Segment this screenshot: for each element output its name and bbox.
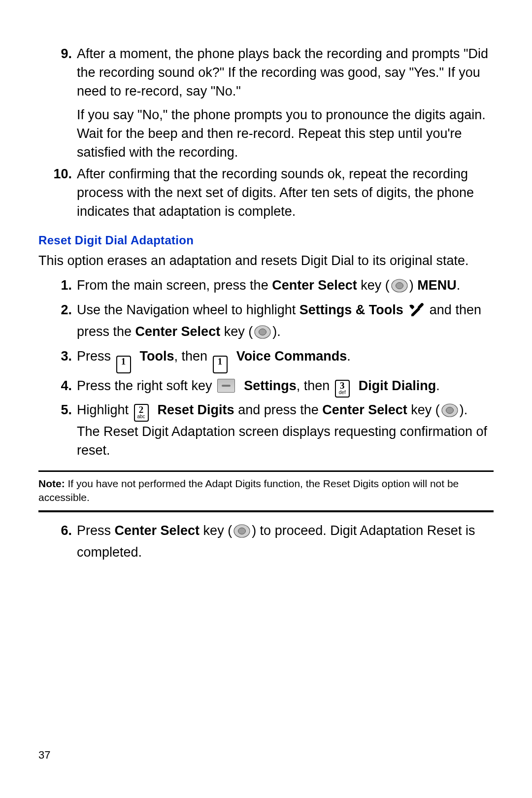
bold-run: Digit Dialing (359, 378, 436, 393)
list-item: 4. Press the right soft key Settings, th… (38, 376, 494, 398)
bold-run: Center Select (115, 523, 200, 538)
svg-point-8 (238, 528, 246, 534)
list-body: After a moment, the phone plays back the… (77, 44, 494, 162)
text-run: , then (297, 378, 333, 393)
manual-page: 9. After a moment, the phone plays back … (0, 0, 532, 798)
list-body: Use the Navigation wheel to highlight Se… (77, 300, 494, 344)
text-run: ) (409, 278, 418, 293)
list-number: 4. (38, 376, 77, 395)
list-item: 6. Press Center Select key () to proceed… (38, 521, 494, 562)
key-sub: def (336, 390, 349, 395)
continuation-list: 9. After a moment, the phone plays back … (38, 44, 494, 221)
text-run: key ( (357, 278, 390, 293)
list-number: 9. (38, 44, 77, 63)
keypad-2-icon: 2abc (134, 404, 149, 422)
list-item: 3. Press 1 Tools, then 1 Voice Commands. (38, 347, 494, 373)
key-digit: 3 (340, 380, 345, 391)
bold-run: Settings & Tools (299, 302, 403, 317)
list-item: 9. After a moment, the phone plays back … (38, 44, 494, 162)
bold-run: Voice Commands (236, 349, 347, 364)
note-text: Note: If you have not performed the Adap… (38, 477, 494, 504)
list-item: 5. Highlight 2abc Reset Digits and press… (38, 400, 494, 460)
section-intro: This option erases an adaptation and res… (38, 251, 494, 270)
bold-run: Center Select (135, 324, 221, 339)
text-run: key ( (220, 324, 253, 339)
bold-run: Center Select (272, 278, 357, 293)
list-number: 2. (38, 300, 77, 319)
svg-point-1 (396, 283, 403, 289)
keypad-3-icon: 3def (335, 380, 350, 398)
key-digit: 1 (121, 356, 126, 366)
center-select-icon (441, 403, 458, 422)
text-run: . (457, 278, 461, 293)
soft-key-icon (217, 379, 235, 393)
list-number: 5. (38, 400, 77, 419)
list-number: 6. (38, 521, 77, 540)
note-label: Note: (38, 478, 65, 489)
keypad-1-icon: 1 (213, 356, 228, 373)
text-run: key ( (407, 402, 440, 417)
key-digit: 2 (139, 404, 144, 415)
svg-point-6 (446, 407, 453, 414)
tools-icon (408, 301, 424, 322)
text-run: From the main screen, press the (77, 278, 272, 293)
page-number: 37 (38, 749, 50, 762)
list-item: 10. After confirming that the recording … (38, 165, 494, 221)
list-item: 1. From the main screen, press the Cente… (38, 276, 494, 298)
section-heading: Reset Digit Dial Adaptation (38, 233, 494, 247)
bold-run: Settings (244, 378, 297, 393)
text-run: Press (77, 349, 115, 364)
text-run: . (347, 349, 351, 364)
key-digit: 1 (218, 356, 223, 366)
center-select-icon (254, 325, 271, 344)
list-body: From the main screen, press the Center S… (77, 276, 494, 298)
text-run: , then (174, 349, 211, 364)
text-run: Press (77, 523, 115, 538)
center-select-icon (233, 524, 250, 543)
svg-point-4 (259, 329, 266, 335)
steps-list-cont: 6. Press Center Select key () to proceed… (38, 521, 494, 562)
list-number: 1. (38, 276, 77, 295)
text-run: . (436, 378, 440, 393)
list-number: 3. (38, 347, 77, 366)
bold-run: MENU (417, 278, 457, 293)
text-run: Highlight (77, 402, 133, 417)
bold-run: Tools (140, 349, 174, 364)
text-run: Use the Navigation wheel to highlight (77, 302, 299, 317)
list-body: Press the right soft key Settings, then … (77, 376, 494, 398)
list-body: Press Center Select key () to proceed. D… (77, 521, 494, 562)
list-body: Highlight 2abc Reset Digits and press th… (77, 400, 494, 460)
list-paragraph: If you say "No," the phone prompts you t… (77, 105, 494, 162)
center-select-icon (391, 279, 408, 298)
note-block: Note: If you have not performed the Adap… (38, 470, 494, 512)
text-run: ). (272, 324, 281, 339)
bold-run: Reset Digits (158, 402, 234, 417)
key-sub: abc (135, 414, 148, 419)
list-paragraph: After a moment, the phone plays back the… (77, 44, 494, 100)
text-run: and press the (234, 402, 323, 417)
note-body: If you have not performed the Adapt Digi… (38, 478, 459, 503)
text-run: Press the right soft key (77, 378, 216, 393)
text-run: key ( (200, 523, 232, 538)
list-number: 10. (38, 165, 77, 183)
list-paragraph: After confirming that the recording soun… (77, 165, 494, 221)
bold-run: Center Select (322, 402, 407, 417)
steps-list: 1. From the main screen, press the Cente… (38, 276, 494, 460)
list-body: After confirming that the recording soun… (77, 165, 494, 221)
list-item: 2. Use the Navigation wheel to highlight… (38, 300, 494, 344)
list-body: Press 1 Tools, then 1 Voice Commands. (77, 347, 494, 373)
keypad-1-icon: 1 (116, 356, 131, 373)
